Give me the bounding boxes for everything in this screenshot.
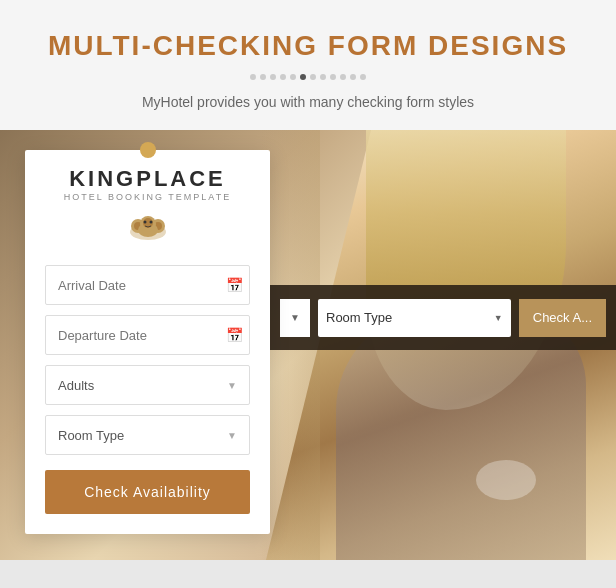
dot-10[interactable]	[340, 74, 346, 80]
dot-9[interactable]	[330, 74, 336, 80]
card-notch	[140, 142, 156, 158]
arrival-date-input[interactable]	[58, 278, 226, 293]
page-wrapper: MULTI-CHECKING FORM DESIGNS MyHotel prov…	[0, 0, 616, 588]
room-type-select[interactable]: Room Type Single Room Double Room Suite	[58, 428, 227, 443]
chevron-down-icon-adults: ▼	[227, 380, 237, 391]
dot-2[interactable]	[260, 74, 266, 80]
dark-bar-check-button[interactable]: Check A...	[519, 299, 606, 337]
subtitle-text: MyHotel provides you with many checking …	[20, 94, 596, 110]
main-content: ▼ Room Type Single Room Double Room Suit…	[0, 130, 616, 560]
top-section: MULTI-CHECKING FORM DESIGNS MyHotel prov…	[0, 0, 616, 130]
calendar-icon-departure: 📅	[226, 327, 243, 344]
dot-1[interactable]	[250, 74, 256, 80]
page-title: MULTI-CHECKING FORM DESIGNS	[20, 30, 596, 62]
dot-7[interactable]	[310, 74, 316, 80]
lion-icon	[45, 210, 250, 250]
chevron-down-icon: ▼	[290, 312, 300, 323]
hotel-name: KINGPLACE	[45, 166, 250, 192]
svg-point-8	[143, 221, 146, 224]
dark-bar-room-type-select[interactable]: Room Type Single Room Double Room Suite	[318, 299, 511, 337]
card-inner: KINGPLACE HOTEL BOOKING TEMPLATE	[25, 166, 270, 514]
dot-3[interactable]	[270, 74, 276, 80]
dot-4[interactable]	[280, 74, 286, 80]
svg-point-9	[149, 221, 152, 224]
dot-12[interactable]	[360, 74, 366, 80]
calendar-icon-arrival: 📅	[226, 277, 243, 294]
dark-bar: ▼ Room Type Single Room Double Room Suit…	[270, 285, 616, 350]
small-dropdown[interactable]: ▼	[280, 299, 310, 337]
dot-8[interactable]	[320, 74, 326, 80]
adults-select[interactable]: Adults 1 2 3 4	[58, 378, 227, 393]
chevron-down-icon-room: ▼	[227, 430, 237, 441]
dot-5[interactable]	[290, 74, 296, 80]
dot-6-active[interactable]	[300, 74, 306, 80]
check-availability-button[interactable]: Check Availability	[45, 470, 250, 514]
departure-date-input[interactable]	[58, 328, 226, 343]
room-type-field[interactable]: Room Type Single Room Double Room Suite …	[45, 415, 250, 455]
dots-navigation[interactable]	[20, 74, 596, 80]
hotel-logo: KINGPLACE HOTEL BOOKING TEMPLATE	[45, 166, 250, 202]
dark-bar-room-type-wrapper: Room Type Single Room Double Room Suite	[318, 299, 511, 337]
arrival-date-field[interactable]: 📅	[45, 265, 250, 305]
dot-11[interactable]	[350, 74, 356, 80]
booking-card: KINGPLACE HOTEL BOOKING TEMPLATE	[25, 150, 270, 534]
jewelry-decor	[476, 460, 536, 500]
hotel-tagline: HOTEL BOOKING TEMPLATE	[45, 192, 250, 202]
adults-field[interactable]: Adults 1 2 3 4 ▼	[45, 365, 250, 405]
departure-date-field[interactable]: 📅	[45, 315, 250, 355]
